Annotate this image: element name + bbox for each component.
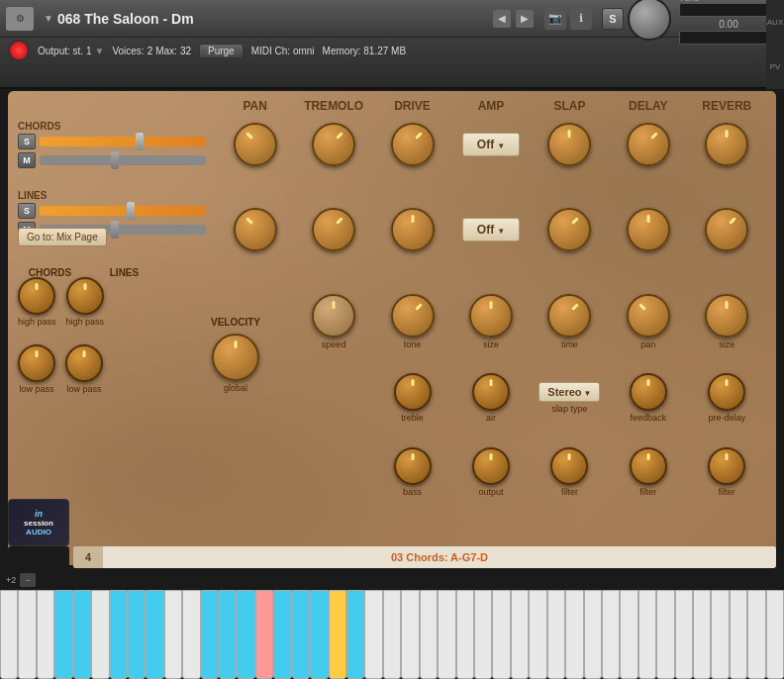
white-key-pressed[interactable]: [54, 590, 72, 679]
chords-s-btn[interactable]: S: [18, 134, 36, 149]
s-button-top[interactable]: S: [602, 8, 624, 30]
chords-highpass-knob[interactable]: [18, 277, 55, 315]
lines-lowpass-knob[interactable]: [65, 344, 103, 382]
white-key[interactable]: [675, 590, 693, 679]
slap-type-btn[interactable]: Stereo: [539, 382, 600, 402]
octave-down[interactable]: −: [20, 573, 36, 587]
lines-pan-knob[interactable]: [234, 208, 277, 251]
tone-knob[interactable]: [391, 294, 435, 338]
white-key[interactable]: [638, 590, 656, 679]
tune-bar[interactable]: [679, 3, 778, 17]
white-key[interactable]: [383, 590, 401, 679]
chords-slap-knob[interactable]: [547, 123, 591, 166]
mix-page-btn[interactable]: Go to: Mix Page: [18, 228, 107, 246]
prev-btn[interactable]: ◀: [493, 10, 511, 28]
record-btn[interactable]: [8, 40, 30, 61]
white-key[interactable]: [420, 590, 438, 679]
time-knob[interactable]: [547, 294, 591, 338]
white-key[interactable]: [18, 590, 36, 679]
lines-reverb-knob[interactable]: [705, 208, 748, 251]
camera-btn[interactable]: 📷: [544, 8, 566, 30]
white-key-pressed[interactable]: [292, 590, 310, 679]
chords-drive-knob[interactable]: [391, 123, 435, 166]
lines-slap-knob[interactable]: [547, 208, 591, 251]
delay-filter-knob-wrap: filter: [615, 447, 682, 497]
chords-lowpass-knob[interactable]: [18, 344, 55, 382]
output-knob[interactable]: [472, 447, 510, 485]
white-key-pressed[interactable]: [110, 590, 128, 679]
slap-filter-knob[interactable]: [550, 447, 588, 485]
info-btn[interactable]: ℹ: [570, 8, 592, 30]
white-key-pressed[interactable]: [146, 590, 163, 679]
chords-slider-s[interactable]: [40, 137, 206, 146]
white-key[interactable]: [620, 590, 637, 679]
white-key-pressed[interactable]: [128, 590, 146, 679]
delay-pan-knob[interactable]: [627, 294, 670, 338]
white-key[interactable]: [730, 590, 747, 679]
white-key[interactable]: [401, 590, 419, 679]
white-key[interactable]: [511, 590, 529, 679]
chords-delay-knob[interactable]: [627, 123, 670, 166]
white-key[interactable]: [164, 590, 182, 679]
reverb-size-knob[interactable]: [705, 294, 748, 338]
white-key[interactable]: [747, 590, 765, 679]
white-key-pressed-yellow[interactable]: [329, 590, 346, 679]
reverb-filter-knob[interactable]: [708, 447, 745, 485]
amp-off-btn-2[interactable]: Off: [462, 218, 520, 242]
chords-pan-knob[interactable]: [234, 123, 277, 166]
white-key[interactable]: [602, 590, 620, 679]
reverb-size-label: size: [719, 340, 735, 349]
chords-m-btn[interactable]: M: [18, 152, 36, 168]
chords-highpass-label: high pass: [18, 317, 56, 327]
lines-tremolo-knob[interactable]: [312, 208, 355, 251]
white-key-pressed[interactable]: [219, 590, 237, 679]
white-key-pressed[interactable]: [73, 590, 91, 679]
lines-delay-knob[interactable]: [627, 208, 670, 251]
white-key[interactable]: [565, 590, 583, 679]
white-key[interactable]: [529, 590, 546, 679]
white-key-pressed[interactable]: [237, 590, 254, 679]
white-key[interactable]: [766, 590, 784, 679]
main-knob[interactable]: [628, 0, 671, 41]
chords-reverb-knob[interactable]: [705, 123, 748, 166]
predelay-knob[interactable]: [708, 373, 745, 411]
size-knob[interactable]: [469, 294, 513, 338]
speed-knob[interactable]: [312, 294, 355, 338]
white-key-pressed-red[interactable]: [255, 590, 273, 679]
white-key-pressed[interactable]: [310, 590, 328, 679]
lines-slider-s[interactable]: [40, 206, 206, 216]
lines-drive-knob[interactable]: [391, 208, 435, 251]
lines-s-btn[interactable]: S: [18, 203, 36, 219]
purge-btn[interactable]: Purge: [199, 44, 244, 58]
white-key[interactable]: [584, 590, 602, 679]
chords-slider-m[interactable]: [40, 155, 206, 165]
white-key-pressed[interactable]: [273, 590, 291, 679]
white-key[interactable]: [37, 590, 54, 679]
feedback-knob[interactable]: [630, 373, 667, 411]
white-key[interactable]: [547, 590, 565, 679]
white-key-pressed[interactable]: [201, 590, 219, 679]
white-key[interactable]: [364, 590, 382, 679]
output-knob-wrap: output: [457, 447, 525, 497]
white-key[interactable]: [91, 590, 109, 679]
nav-icon[interactable]: ⚙: [6, 7, 34, 31]
white-key[interactable]: [474, 590, 492, 679]
bass-knob[interactable]: [394, 447, 432, 485]
aux-label: AUX: [767, 18, 783, 27]
white-key[interactable]: [656, 590, 674, 679]
white-key[interactable]: [693, 590, 711, 679]
treble-knob[interactable]: [394, 373, 432, 411]
white-key[interactable]: [711, 590, 729, 679]
white-key[interactable]: [182, 590, 200, 679]
air-knob[interactable]: [472, 373, 510, 411]
white-key-pressed[interactable]: [346, 590, 364, 679]
white-key[interactable]: [456, 590, 474, 679]
chords-tremolo-knob[interactable]: [312, 123, 355, 166]
delay-filter-knob[interactable]: [630, 447, 667, 485]
white-key[interactable]: [438, 590, 455, 679]
white-key[interactable]: [492, 590, 510, 679]
white-key[interactable]: [0, 590, 18, 679]
lines-highpass-knob[interactable]: [66, 277, 104, 315]
next-btn[interactable]: ▶: [516, 10, 534, 28]
amp-off-btn[interactable]: Off: [462, 133, 520, 156]
